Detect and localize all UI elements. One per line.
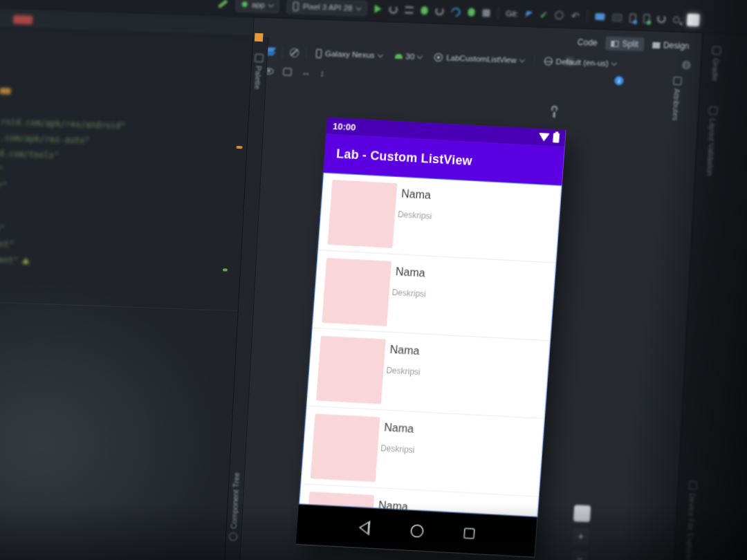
git-rollback-icon[interactable]: ↶ xyxy=(571,11,580,21)
component-tree-icon xyxy=(229,532,238,541)
chevron-down-icon xyxy=(377,51,382,57)
locale-label: Default (en-us) xyxy=(555,57,609,68)
recents-button[interactable] xyxy=(463,528,475,539)
run-configuration-select[interactable]: app xyxy=(235,0,279,13)
device-select[interactable]: Pixel 3 API 28 xyxy=(286,0,367,16)
item-subtitle: Deskripsi xyxy=(380,444,415,456)
toolbar-divider xyxy=(306,46,307,59)
list-item[interactable]: Nama Deskripsi xyxy=(312,250,557,341)
android-studio-window: app Pixel 3 API 28 Git: xyxy=(0,0,747,560)
device-preview[interactable]: 10:00 Lab - Custom ListView Nama Deskrip… xyxy=(296,118,566,557)
code-line: roid.com/apk/res/android" xyxy=(1,117,126,131)
device-manager-icon[interactable] xyxy=(629,13,636,22)
editor-glow xyxy=(0,271,239,560)
git-commit-icon[interactable]: ✓ xyxy=(540,10,548,19)
apply-changes-icon[interactable] xyxy=(389,6,398,14)
orientation-icon[interactable] xyxy=(290,48,299,57)
api-level-select[interactable]: 30 xyxy=(391,52,425,62)
zoom-to-fit-button[interactable] xyxy=(573,505,591,522)
zoom-in-button[interactable]: + xyxy=(572,528,589,545)
apply-code-changes-icon[interactable] xyxy=(405,6,414,13)
git-update-icon[interactable] xyxy=(525,10,533,18)
wifi-icon xyxy=(538,133,550,142)
attributes-icon xyxy=(673,77,682,85)
scrollbar-ok-mark[interactable] xyxy=(223,268,228,271)
design-mode-label: Design xyxy=(663,40,690,50)
item-title: Nama xyxy=(395,265,425,279)
warning-icon xyxy=(22,258,29,263)
list-item[interactable]: Nama Deskripsi xyxy=(300,407,545,497)
attach-debugger-icon[interactable] xyxy=(435,7,444,15)
git-history-icon[interactable] xyxy=(555,11,564,19)
code-editor-panel: roid.com/apk/res/android" .com/apk/res-a… xyxy=(0,8,255,560)
code-line: e" xyxy=(0,223,6,233)
globe-icon xyxy=(544,57,553,65)
component-tree-tab[interactable]: Component Tree xyxy=(229,472,241,541)
run-button[interactable] xyxy=(374,5,382,13)
render-issues-icon[interactable]: i xyxy=(681,60,691,69)
list-item[interactable]: Nama Deskripsi xyxy=(306,328,551,419)
gradle-label: Gradle xyxy=(711,58,721,81)
render-config-wrench-icon[interactable] xyxy=(551,106,557,118)
debug-button[interactable] xyxy=(421,6,428,15)
component-tree-label: Component Tree xyxy=(230,472,241,529)
profiler-icon[interactable] xyxy=(450,6,462,18)
device-file-explorer-tab[interactable]: Device File Explorer xyxy=(685,481,697,560)
chevron-down-icon xyxy=(417,53,423,58)
preview-device-select[interactable]: Galaxy Nexus xyxy=(313,48,385,60)
zoom-out-button[interactable]: − xyxy=(571,550,588,560)
build-icon[interactable] xyxy=(218,0,228,8)
chevron-down-icon xyxy=(356,4,361,10)
item-subtitle: Deskripsi xyxy=(397,209,432,221)
tab-code[interactable]: Code xyxy=(560,35,603,50)
layout-validation-tab[interactable]: Layout Validation xyxy=(706,106,717,176)
stop-button[interactable] xyxy=(482,9,490,17)
gradle-tab[interactable]: Gradle xyxy=(711,46,721,81)
design-mode-icon xyxy=(652,41,660,48)
locale-select[interactable]: Default (en-us) xyxy=(541,57,619,68)
layout-validation-label: Layout Validation xyxy=(706,118,717,176)
theme-select[interactable]: LabCustomListView xyxy=(432,53,527,65)
editor-mode-switcher: Code Split Design xyxy=(560,32,695,55)
code-mode-label: Code xyxy=(578,37,598,48)
attributes-tab[interactable]: Attributes xyxy=(671,77,681,121)
project-structure-icon[interactable] xyxy=(595,13,605,20)
api-level-label: 30 xyxy=(405,52,414,60)
android-icon xyxy=(394,53,402,58)
split-mode-icon xyxy=(611,40,618,46)
preview-device-label: Galaxy Nexus xyxy=(325,49,375,59)
item-subtitle: Deskripsi xyxy=(391,288,426,299)
blueprint-toggle-icon[interactable] xyxy=(283,68,292,75)
listview[interactable]: Nama Deskripsi Nama Deskripsi Nama Deskr… xyxy=(299,172,562,517)
tab-design[interactable]: Design xyxy=(646,38,694,53)
list-item[interactable]: Nama Deskripsi xyxy=(317,172,562,263)
tab-split[interactable]: Split xyxy=(605,37,644,52)
xml-code-area[interactable]: roid.com/apk/res/android" .com/apk/res-a… xyxy=(0,28,252,313)
item-image-placeholder xyxy=(322,258,391,326)
terminal-icon[interactable] xyxy=(612,13,622,21)
home-button[interactable] xyxy=(409,524,423,538)
palette-tab[interactable]: Palette xyxy=(253,54,264,90)
profile-app-icon[interactable] xyxy=(468,8,475,17)
theme-label: LabCustomListView xyxy=(446,53,517,64)
running-devices-icon[interactable] xyxy=(643,14,650,23)
battery-icon xyxy=(553,133,560,142)
file-tab-badge[interactable] xyxy=(13,15,33,25)
scrollbar-warning-mark[interactable] xyxy=(236,146,242,149)
item-subtitle: Deskripsi xyxy=(386,366,421,377)
back-button[interactable] xyxy=(358,520,371,536)
chevron-down-icon xyxy=(611,59,617,65)
search-everywhere-icon[interactable] xyxy=(673,16,679,22)
sdk-manager-icon[interactable] xyxy=(657,15,666,23)
code-line: ent" xyxy=(0,239,15,250)
horizontal-resize-icon[interactable]: ↔ xyxy=(301,67,311,77)
strip-marker xyxy=(255,33,264,41)
chevron-down-icon xyxy=(268,1,274,7)
gradle-icon xyxy=(712,46,721,55)
vertical-resize-icon[interactable]: ↕ xyxy=(320,68,324,78)
code-line: .com/apk/res-auto" xyxy=(0,133,90,146)
layout-validation-icon xyxy=(709,106,718,115)
chevron-down-icon xyxy=(519,57,525,62)
phone-icon xyxy=(316,48,322,57)
theme-icon xyxy=(434,53,443,62)
